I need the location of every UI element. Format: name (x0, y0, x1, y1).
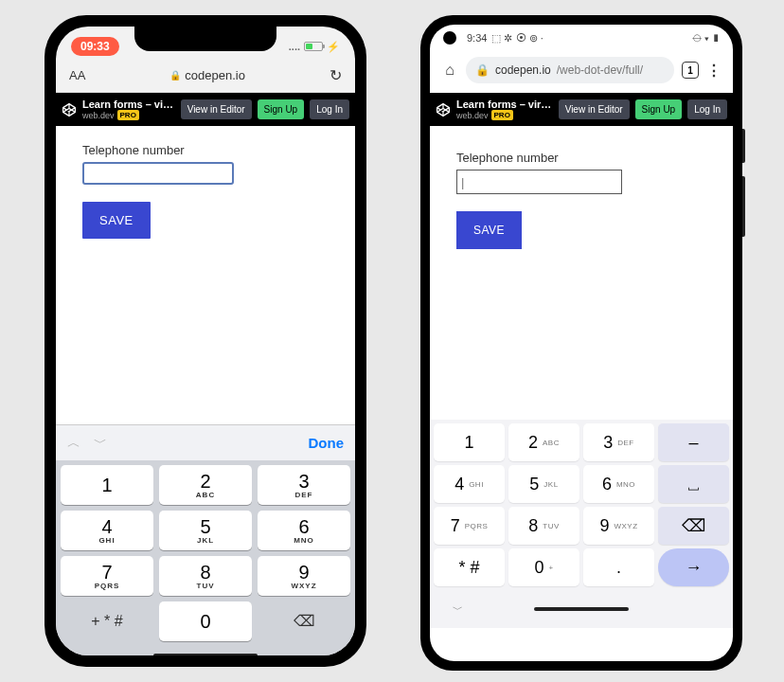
telephone-label: Telephone number (82, 143, 329, 157)
codepen-header: Learn forms – virt… web.dev PRO View in … (430, 93, 733, 126)
key-8[interactable]: 8TUV (508, 507, 579, 545)
codepen-header: Learn forms – virt… web.dev PRO View in … (56, 93, 355, 126)
key-9[interactable]: 9WXYZ (583, 507, 654, 545)
view-in-editor-button[interactable]: View in Editor (559, 99, 630, 119)
charging-icon: ⚡ (327, 41, 340, 53)
key-⌫[interactable]: ⌫ (658, 507, 729, 545)
home-indicator-area (56, 646, 355, 655)
key-0[interactable]: 0+ (508, 548, 579, 586)
key-2[interactable]: 2ABC (508, 423, 579, 461)
url-domain: codepen.io (185, 68, 245, 82)
android-screen: 9:34 ⬚ ✲ ⦿ ⊚ · ⦵ ▾ ▮ ⌂ 🔒 codepen.io/web-… (430, 25, 733, 661)
key-* #[interactable]: * # (434, 548, 505, 586)
codepen-logo-icon (62, 102, 77, 117)
key-8[interactable]: 8TUV (159, 556, 252, 596)
key-2[interactable]: 2ABC (159, 465, 252, 505)
ios-numeric-keypad: 1 2ABC 3DEF 4GHI 5JKL 6MNO 7PQRS 8TUV 9W… (56, 460, 355, 646)
home-indicator[interactable] (153, 654, 258, 655)
prev-field-button[interactable]: ︿ (67, 435, 80, 452)
key-9[interactable]: 9WXYZ (258, 556, 350, 596)
page-content: Telephone number SAVE (430, 126, 733, 420)
iphone-notch (134, 27, 276, 51)
key-6[interactable]: 6MNO (583, 465, 654, 503)
signup-button[interactable]: Sign Up (258, 99, 305, 119)
telephone-input[interactable] (82, 162, 234, 185)
pro-badge: PRO (117, 110, 139, 120)
ios-signal-dots: .... (289, 41, 300, 52)
iphone-screen: 09:33 .... ⚡ AA 🔒 codepen.io ↻ Learn for… (56, 27, 355, 655)
key-.[interactable]: . (583, 548, 654, 586)
status-left-icons: ⬚ ✲ ⦿ ⊚ · (491, 32, 543, 45)
key-5[interactable]: 5JKL (508, 465, 579, 503)
telephone-label: Telephone number (456, 151, 706, 165)
power-button (742, 129, 745, 163)
key-3[interactable]: 3DEF (583, 423, 654, 461)
iphone-device: 09:33 .... ⚡ AA 🔒 codepen.io ↻ Learn for… (45, 15, 366, 667)
login-button[interactable]: Log In (687, 99, 727, 119)
pen-author: web.dev (82, 111, 115, 120)
codepen-logo-icon (436, 102, 451, 117)
save-button[interactable]: SAVE (82, 202, 151, 239)
gesture-bar[interactable] (534, 607, 629, 611)
pen-title: Learn forms – virt… (456, 99, 553, 110)
safari-url-bar: AA 🔒 codepen.io ↻ (56, 61, 355, 93)
key-4[interactable]: 4GHI (434, 465, 505, 503)
status-right-icons: ⦵ ▾ ▮ (692, 32, 720, 45)
key-3[interactable]: 3DEF (258, 465, 350, 505)
lock-icon: 🔒 (169, 70, 181, 81)
view-in-editor-button[interactable]: View in Editor (181, 99, 252, 119)
login-button[interactable]: Log In (310, 99, 349, 119)
key-7[interactable]: 7PQRS (434, 507, 505, 545)
url-field[interactable]: 🔒 codepen.io/web-dot-dev/full/ (466, 57, 674, 83)
save-button[interactable]: SAVE (456, 211, 522, 249)
url-domain: codepen.io (495, 63, 551, 77)
tab-switcher-button[interactable]: 1 (682, 62, 699, 79)
pen-title: Learn forms – virt… (82, 99, 175, 110)
android-nav-bar: ﹀ (430, 590, 733, 628)
page-content: Telephone number SAVE (56, 126, 355, 424)
key-1[interactable]: 1 (434, 423, 505, 461)
key-⎵[interactable]: ⎵ (658, 465, 729, 503)
key-→[interactable]: → (658, 548, 729, 586)
overflow-menu-button[interactable]: ⋮ (706, 62, 722, 80)
key-6[interactable]: 6MNO (258, 511, 350, 550)
ios-battery: .... ⚡ (289, 41, 340, 53)
ios-time-pill: 09:33 (71, 37, 119, 56)
chrome-url-bar: ⌂ 🔒 codepen.io/web-dot-dev/full/ 1 ⋮ (430, 51, 733, 93)
keyboard-done-button[interactable]: Done (309, 435, 345, 451)
volume-button (742, 176, 745, 237)
battery-icon (304, 42, 323, 51)
home-icon[interactable]: ⌂ (441, 62, 458, 79)
key-5[interactable]: 5JKL (159, 511, 252, 550)
text-size-button[interactable]: AA (69, 68, 85, 82)
next-field-button[interactable]: ﹀ (94, 435, 107, 452)
codepen-meta: Learn forms – virt… web.dev PRO (82, 99, 175, 120)
android-device: 9:34 ⬚ ✲ ⦿ ⊚ · ⦵ ▾ ▮ ⌂ 🔒 codepen.io/web-… (420, 15, 742, 671)
android-numeric-keypad: 12ABC3DEF–4GHI5JKL6MNO⎵7PQRS8TUV9WXYZ⌫* … (430, 420, 733, 590)
key-4[interactable]: 4GHI (61, 511, 153, 550)
key-backspace[interactable]: ⌫ (258, 601, 350, 641)
url-path: /web-dot-dev/full/ (557, 63, 643, 77)
front-camera-icon (443, 31, 456, 45)
key-0[interactable]: 0 (159, 601, 252, 641)
key-7[interactable]: 7PQRS (61, 556, 153, 596)
signup-button[interactable]: Sign Up (635, 99, 683, 119)
keyboard-accessory-bar: ︿ ﹀ Done (56, 424, 355, 460)
android-status-bar: 9:34 ⬚ ✲ ⦿ ⊚ · ⦵ ▾ ▮ (430, 25, 733, 51)
android-time: 9:34 (467, 32, 487, 44)
keyboard-collapse-button[interactable]: ﹀ (453, 602, 463, 617)
codepen-meta: Learn forms – virt… web.dev PRO (456, 99, 553, 120)
telephone-input[interactable] (456, 170, 622, 194)
lock-icon: 🔒 (475, 63, 490, 77)
pro-badge: PRO (491, 110, 513, 120)
key-symbols[interactable]: + * # (61, 601, 153, 641)
reload-button[interactable]: ↻ (330, 66, 342, 84)
url-display[interactable]: 🔒 codepen.io (169, 68, 245, 82)
key-–[interactable]: – (658, 423, 729, 461)
pen-author: web.dev (456, 111, 489, 120)
key-1[interactable]: 1 (61, 465, 153, 505)
